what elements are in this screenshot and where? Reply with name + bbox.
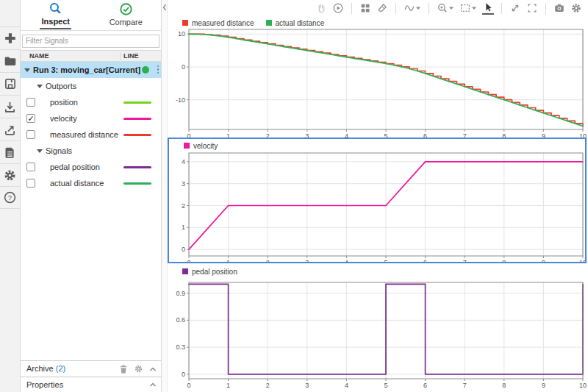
run-label: Run 3: moving_car[Current] [33, 62, 140, 78]
fullscreen-icon [526, 2, 538, 14]
group-row-outports[interactable]: Outports [21, 78, 161, 94]
signal-row-velocity[interactable]: ✓ velocity [21, 110, 161, 126]
export-icon [3, 123, 17, 137]
save-icon [4, 77, 17, 90]
cursor-arrow-icon [482, 1, 494, 13]
snapshot-button[interactable] [553, 2, 565, 14]
signal-row-actual-distance[interactable]: actual distance [21, 175, 161, 191]
plot-toolbar [168, 0, 588, 16]
save-button[interactable] [0, 72, 20, 95]
legend-label: velocity [193, 142, 218, 150]
panel-collapse-gutter[interactable] [162, 0, 168, 392]
signal-checkbox[interactable] [26, 179, 35, 188]
pedal-plot-canvas[interactable]: 01234567891000.30.60.9 [168, 277, 587, 388]
camera-icon [553, 2, 565, 14]
signal-name: velocity [50, 110, 77, 126]
signal-row-position[interactable]: position [21, 94, 161, 110]
legend-swatch [184, 143, 190, 149]
layout-grid-icon [359, 2, 371, 14]
clear-plots-button[interactable] [376, 2, 388, 14]
zoom-button[interactable] [437, 2, 454, 14]
preferences-button[interactable] [0, 163, 20, 186]
search-icon [49, 1, 62, 15]
signal-name: actual distance [50, 175, 104, 191]
panel-tabs: Inspect Compare [21, 0, 161, 31]
group-row-signals[interactable]: Signals [21, 143, 161, 159]
fit-to-view-icon [459, 2, 471, 14]
gear-icon[interactable] [134, 364, 143, 374]
svg-text:2: 2 [266, 382, 270, 388]
report-button[interactable] [0, 140, 20, 163]
svg-text:0: 0 [187, 382, 190, 388]
settings-button[interactable] [570, 2, 582, 14]
velocity-subplot-selected[interactable]: velocity 01234567891001234 [168, 138, 587, 263]
cursor-select-button[interactable] [482, 1, 494, 15]
collapse-triangle-icon[interactable] [37, 149, 43, 153]
replay-icon [332, 2, 344, 14]
toolbar-separator [395, 3, 396, 14]
archive-bar[interactable]: Archive (2) [21, 360, 161, 377]
signal-checkbox[interactable] [26, 130, 35, 139]
svg-text:6: 6 [423, 382, 427, 388]
signal-options-button[interactable] [404, 2, 421, 14]
run-row[interactable]: Run 3: moving_car[Current] [21, 62, 161, 78]
open-button[interactable] [0, 49, 20, 72]
signal-row-pedal-position[interactable]: pedal position [21, 159, 161, 175]
group-label: Signals [46, 143, 72, 159]
legend-entry: pedal position [182, 268, 237, 276]
svg-text:7: 7 [463, 382, 467, 388]
fullscreen-button[interactable] [526, 2, 538, 14]
import-button[interactable] [0, 95, 20, 118]
svg-text:5: 5 [384, 259, 387, 262]
properties-bar[interactable]: Properties [21, 377, 161, 392]
run-status-dot [142, 66, 149, 74]
fit-to-view-button[interactable] [459, 2, 477, 14]
svg-text:10: 10 [579, 382, 587, 388]
velocity-plot-canvas[interactable]: 01234567891001234 [169, 151, 585, 262]
expand-arrows-icon [509, 2, 521, 14]
svg-text:6: 6 [423, 259, 427, 262]
distance-plot-canvas[interactable]: 012345678910-10010 [168, 28, 587, 138]
add-icon [3, 31, 18, 46]
group-label: Outports [46, 78, 76, 94]
legend-entry: measured distance [182, 19, 254, 27]
collapse-triangle-icon[interactable] [37, 85, 43, 88]
expand-button[interactable] [509, 2, 521, 14]
distance-subplot[interactable]: measured distance actual distance 012345… [168, 18, 587, 138]
chevron-down-icon [415, 6, 421, 10]
chevron-up-icon[interactable] [149, 382, 157, 388]
export-button[interactable] [0, 118, 20, 140]
pan-tool-button[interactable] [315, 2, 327, 14]
signal-line-swatch [123, 101, 151, 104]
filter-signals-input[interactable] [22, 35, 159, 48]
signal-line-swatch [123, 182, 151, 185]
add-button[interactable] [0, 26, 20, 49]
legend-entry: velocity [184, 142, 218, 150]
svg-text:8: 8 [502, 259, 506, 262]
chevron-left-icon[interactable] [162, 4, 167, 11]
layout-button[interactable] [359, 2, 371, 14]
help-icon: ? [3, 190, 17, 204]
replay-button[interactable] [332, 2, 344, 14]
signal-row-measured-distance[interactable]: measured distance [21, 126, 161, 143]
svg-text:4: 4 [345, 259, 348, 262]
legend-label: pedal position [192, 268, 237, 276]
signal-checkbox[interactable]: ✓ [26, 114, 35, 123]
chevron-up-icon[interactable] [149, 366, 157, 372]
tab-inspect[interactable]: Inspect [21, 0, 91, 30]
report-icon [4, 146, 16, 160]
svg-text:?: ? [8, 193, 12, 202]
tab-compare[interactable]: Compare [91, 0, 162, 30]
settings-gear-icon [570, 2, 582, 14]
collapse-triangle-icon[interactable] [24, 68, 30, 72]
signal-checkbox[interactable] [26, 98, 35, 107]
svg-text:1: 1 [182, 224, 185, 231]
help-button[interactable]: ? [0, 186, 20, 209]
signal-checkbox[interactable] [26, 163, 35, 171]
chevron-down-icon [471, 6, 477, 10]
trash-icon[interactable] [119, 364, 128, 374]
svg-text:4: 4 [345, 382, 348, 388]
pedal-position-subplot[interactable]: pedal position 01234567891000.30.60.9 [168, 266, 587, 391]
column-line: LINE [123, 51, 139, 62]
run-menu-button[interactable] [157, 65, 159, 74]
